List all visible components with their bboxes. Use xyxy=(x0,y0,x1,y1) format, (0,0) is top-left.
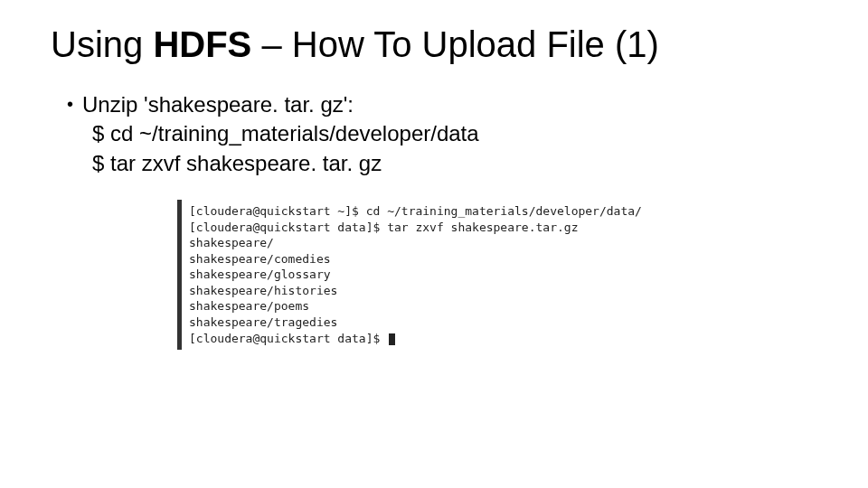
terminal-line-3: shakespeare/comedies xyxy=(189,252,331,266)
slide-body: • Unzip 'shakespeare. tar. gz': $ cd ~/t… xyxy=(51,90,826,350)
terminal-line-4: shakespeare/glossary xyxy=(189,267,331,281)
bullet-text: Unzip 'shakespeare. tar. gz': xyxy=(82,90,354,119)
title-part1: Using xyxy=(51,24,153,64)
terminal-line-1: [cloudera@quickstart data]$ tar zxvf sha… xyxy=(189,221,578,234)
command-line-1: $ cd ~/training_materials/developer/data xyxy=(92,119,826,148)
terminal-screenshot: [cloudera@quickstart ~]$ cd ~/training_m… xyxy=(177,200,826,350)
bullet-dot-icon: • xyxy=(67,90,73,117)
slide: Using HDFS – How To Upload File (1) • Un… xyxy=(0,0,868,488)
title-part2: – How To Upload File (1) xyxy=(251,24,659,64)
terminal-line-6: shakespeare/poems xyxy=(189,299,309,313)
terminal-line-5: shakespeare/histories xyxy=(189,284,337,297)
bullet-row: • Unzip 'shakespeare. tar. gz': xyxy=(67,90,826,119)
terminal-line-8: [cloudera@quickstart data]$ xyxy=(189,332,387,345)
cursor-icon xyxy=(389,333,395,345)
title-bold: HDFS xyxy=(153,24,251,64)
terminal-line-2: shakespeare/ xyxy=(189,236,274,249)
slide-title: Using HDFS – How To Upload File (1) xyxy=(51,23,826,65)
terminal-output: [cloudera@quickstart ~]$ cd ~/training_m… xyxy=(177,200,651,350)
terminal-line-7: shakespeare/tragedies xyxy=(189,315,337,329)
command-line-2: $ tar zxvf shakespeare. tar. gz xyxy=(92,149,826,178)
terminal-line-0: [cloudera@quickstart ~]$ cd ~/training_m… xyxy=(189,204,642,218)
